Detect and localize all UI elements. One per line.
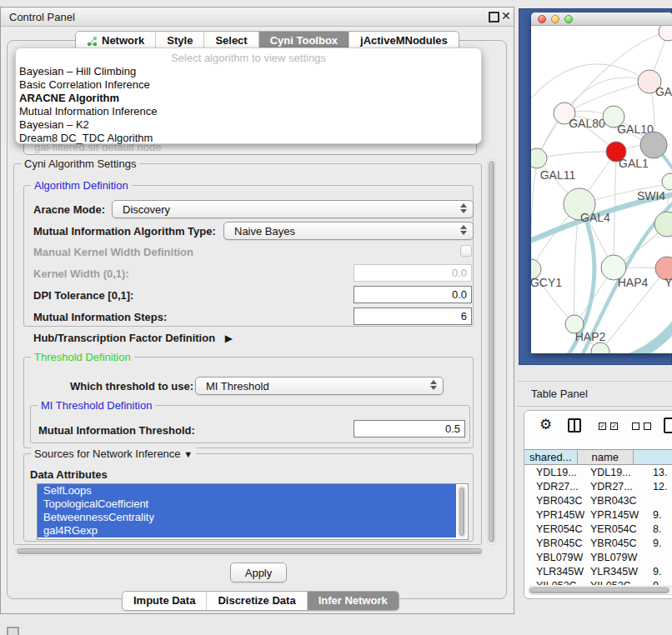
menu-item-aracne-algorithm[interactable]: ARACNE Algorithm [16,92,481,105]
combo-arrows-icon [430,380,437,390]
minimize-traffic-light-icon[interactable] [551,15,559,23]
network-node-label: GAL1 [619,157,649,170]
manual-kernel-checkbox[interactable] [460,245,472,257]
network-node-label: SWI4 [637,189,665,202]
mi-threshold-field[interactable]: 0.5 [354,420,465,438]
data-attributes-list: SelfLoopsTopologicalCoefficientBetweenne… [37,483,469,540]
tab-label: Discretize Data [218,592,295,610]
settings-hscrollbar[interactable] [15,547,484,556]
mi-type-combo[interactable]: Naive Bayes [223,222,474,240]
table-cell: 13. [648,466,667,480]
gear-icon[interactable]: ⚙ [539,416,552,432]
apply-button[interactable]: Apply [230,562,287,582]
kernel-width-field[interactable]: 0.0 [354,264,472,282]
aracne-mode-combo[interactable]: Discovery [112,200,474,218]
table-row[interactable]: YBR043CYBR043C [524,494,672,508]
table-row[interactable]: YDR27...YDR27...12. [524,480,672,494]
menu-item-bayesian-hill-climbing[interactable]: Bayesian – Hill Climbing [16,65,481,78]
table-panel: ⚙ ✓ ✓ shared...name YDL19...YDL19...13.Y… [524,410,672,599]
table-panel-title: Table Panel [531,388,588,400]
network-node-label: GAL11 [540,168,576,182]
menu-item-bayesian-k2[interactable]: Bayesian – K2 [16,118,481,132]
threshold-definition-title: Threshold Definition [31,351,134,363]
column-header-2[interactable] [634,450,672,464]
select-all-checks-icon[interactable]: ✓ [610,422,618,430]
hub-definition-label[interactable]: Hub/Transcription Factor Definition ▶ [33,332,233,344]
table-row[interactable]: YPR145WYPR145W9. [524,508,672,522]
column-header-name[interactable]: name [578,450,634,464]
table-cell: 9. [648,537,661,551]
network-node-gal11[interactable] [531,148,547,168]
collapse-down-icon[interactable]: ▼ [183,449,193,459]
mi-steps-label: Mutual Information Steps: [33,311,167,323]
network-view-frame: GALGAL80GAL10GAL1GAL11GAL4SWI4GCY1HAP4YH… [519,8,672,365]
settings-vscrollbar[interactable] [487,158,496,545]
table-row[interactable]: YBL079WYBL079W [524,551,672,565]
tab-infer-network[interactable]: Infer Network [307,592,399,610]
network-node-label: GAL80 [569,117,605,130]
zoom-traffic-light-icon[interactable] [564,15,573,23]
table-row[interactable]: YIL052CYIL052C9. [524,579,672,585]
table-cell: YIL052C [584,579,648,585]
combo-arrows-icon [460,225,467,235]
hub-definition-text: Hub/Transcription Factor Definition [33,332,215,344]
tab-discretize-data[interactable]: Discretize Data [206,592,306,610]
minimized-panel-icon[interactable] [7,627,19,635]
sources-title[interactable]: Sources for Network Inference ▼ [31,448,196,461]
mi-threshold-title: MI Threshold Definition [38,399,155,412]
tab-impute-data[interactable]: Impute Data [123,592,206,610]
unselect-all-checks-icon[interactable] [632,422,639,430]
screen: Control Panel ✕ NetworkStyleSelectCyni T… [0,0,672,635]
mi-steps-value: 6 [461,310,467,322]
attribute-item-selfloops[interactable]: SelfLoops [38,484,456,498]
aracne-mode-label: Aracne Mode: [33,203,105,216]
network-node[interactable] [640,132,667,158]
network-node-label: GAL4 [580,211,610,224]
table-cell: YIL052C [524,579,584,585]
mi-type-label: Mutual Information Algorithm Type: [33,225,216,238]
network-node-swi4[interactable] [662,173,672,190]
network-nodes-layer: GALGAL80GAL10GAL1GAL11GAL4SWI4GCY1HAP4YH… [531,22,672,353]
cyni-bottom-tabs: Impute DataDiscretize DataInfer Network [122,591,399,611]
which-threshold-value: MI Threshold [206,380,269,392]
table-cell: YPR145W [524,508,584,522]
column-layout-icon-divider [574,420,575,431]
dpi-tolerance-field[interactable]: 0.0 [354,286,472,303]
close-traffic-light-icon[interactable] [538,15,546,23]
unselect-all-checks-icon[interactable] [644,422,651,430]
menu-item-basic-correlation-inference[interactable]: Basic Correlation Inference [16,78,481,92]
select-all-checks-icon[interactable]: ✓ [599,422,606,430]
network-node[interactable] [654,212,672,237]
network-node-label: Y [664,276,672,289]
network-node-label: GAL [655,85,672,98]
expand-right-icon[interactable]: ▶ [225,332,233,344]
menu-item-mutual-information-inference[interactable]: Mutual Information Inference [16,105,481,118]
menu-item-dream8-dc-tdc-algorithm[interactable]: Dream8 DC_TDC Algorithm [16,132,481,145]
table-row[interactable]: YBR045CYBR045C9. [524,537,672,551]
close-icon[interactable]: ✕ [501,9,511,22]
new-table-icon[interactable] [664,418,672,433]
float-window-icon[interactable] [489,12,499,22]
apply-button-label: Apply [245,567,273,579]
table-rows: YDL19...YDL19...13.YDR27...YDR27...12.YB… [524,466,672,585]
attribute-item-betweennesscentrality[interactable]: BetweennessCentrality [38,511,456,524]
column-header-shared[interactable]: shared... [524,450,578,464]
table-hscrollbar[interactable] [528,586,672,595]
table-cell: YLR345W [584,565,648,579]
data-attributes-items: SelfLoopsTopologicalCoefficientBetweenne… [38,484,456,538]
dpi-tolerance-label: DPI Tolerance [0,1]: [33,289,133,302]
control-panel-titlebar: Control Panel [1,8,514,27]
algorithm-menu-list: Bayesian – Hill ClimbingBasic Correlatio… [16,65,481,145]
attribute-item-topologicalcoefficient[interactable]: TopologicalCoefficient [38,498,456,511]
table-cell: YBL079W [584,551,648,565]
attribute-item-gal4rgexp[interactable]: gal4RGexp [38,524,456,538]
attributes-list-scrollbar[interactable] [458,486,466,538]
table-row[interactable]: YER054CYER054C8. [524,522,672,537]
network-window[interactable]: GALGAL80GAL10GAL1GAL11GAL4SWI4GCY1HAP4YH… [531,12,672,353]
table-panel-header: Table Panel [517,381,672,407]
mi-steps-field[interactable]: 6 [354,308,472,325]
table-row[interactable]: YLR345WYLR345W9. [524,565,672,579]
table-row[interactable]: YDL19...YDL19...13. [524,466,672,480]
which-threshold-combo[interactable]: MI Threshold [195,377,444,395]
network-canvas[interactable]: GALGAL80GAL10GAL1GAL11GAL4SWI4GCY1HAP4YH… [531,12,672,353]
